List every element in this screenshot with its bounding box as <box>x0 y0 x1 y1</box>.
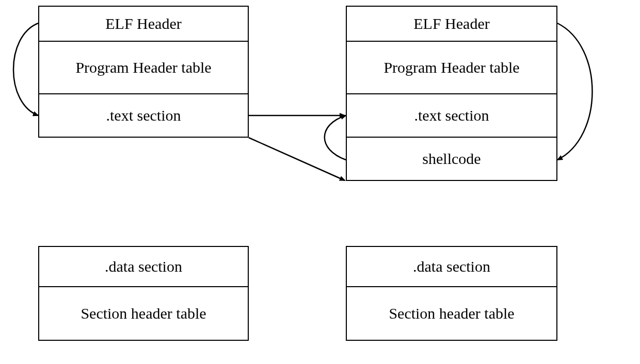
left-program-header-label: Program Header table <box>75 58 211 77</box>
right-text-section-label: .text section <box>414 106 489 125</box>
right-shellcode-label: shellcode <box>422 150 481 168</box>
left-data-section-label: .data section <box>105 257 182 276</box>
left-program-header-table: Program Header table <box>38 41 249 94</box>
left-section-header-label: Section header table <box>81 304 206 323</box>
right-data-section: .data section <box>346 246 557 287</box>
right-program-header-label: Program Header table <box>383 58 519 77</box>
right-section-header-table: Section header table <box>346 286 557 341</box>
right-program-header-table: Program Header table <box>346 41 557 94</box>
left-text-section-label: .text section <box>106 106 181 125</box>
right-data-section-label: .data section <box>413 257 490 276</box>
arrow-left-elf-to-text <box>13 23 38 115</box>
right-elf-header-label: ELF Header <box>413 14 489 33</box>
arrow-shellcode-to-text <box>325 115 346 160</box>
left-elf-header: ELF Header <box>38 6 249 42</box>
arrow-left-text-to-shellcode <box>249 138 345 180</box>
left-data-section: .data section <box>38 246 249 287</box>
left-text-section: .text section <box>38 93 249 138</box>
right-section-header-label: Section header table <box>389 304 514 323</box>
right-shellcode: shellcode <box>346 137 557 181</box>
right-elf-header: ELF Header <box>346 6 557 42</box>
right-text-section: .text section <box>346 93 557 138</box>
left-section-header-table: Section header table <box>38 286 249 341</box>
arrow-right-elf-to-shellcode <box>557 23 593 160</box>
left-elf-header-label: ELF Header <box>105 14 181 33</box>
